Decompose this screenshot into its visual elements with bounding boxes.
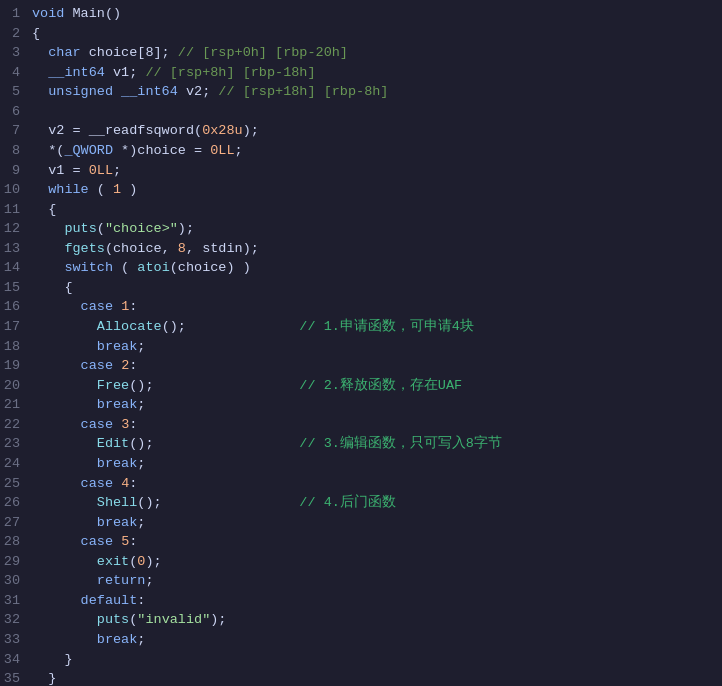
token-kw: return [97,573,146,588]
token-var [32,84,48,99]
token-var: *( [32,143,64,158]
token-kw: break [97,397,138,412]
token-var: : [129,299,137,314]
token-kw: case [81,417,113,432]
token-var: : [129,534,137,549]
token-num: 1 [113,182,121,197]
code-line: } [32,669,722,686]
line-number: 9 [0,161,20,181]
token-cmt: // [rsp+18h] [rbp-8h] [218,84,388,99]
token-cmt-cn: // 2.释放函数，存在UAF [154,378,463,393]
code-line: break; [32,395,722,415]
token-var [32,319,97,334]
line-number: 31 [0,591,20,611]
token-fn: exit [97,554,129,569]
token-var: ( [97,221,105,236]
code-line: break; [32,630,722,650]
line-number: 18 [0,337,20,357]
token-kw: case [81,534,113,549]
token-kw: while [48,182,89,197]
token-var: ; [113,163,121,178]
line-number: 29 [0,552,20,572]
line-number: 32 [0,610,20,630]
token-fn: Shell [97,495,138,510]
code-line: switch ( atoi(choice) ) [32,258,722,278]
token-var [32,554,97,569]
line-number: 30 [0,571,20,591]
line-number: 24 [0,454,20,474]
line-number: 16 [0,297,20,317]
token-var [32,358,81,373]
token-fn: puts [97,612,129,627]
line-number: 17 [0,317,20,337]
token-str: "choice>" [105,221,178,236]
token-var: : [129,358,137,373]
token-var: v2 = __readfsqword( [32,123,202,138]
token-var: ; [137,632,145,647]
line-number: 7 [0,121,20,141]
token-var [32,221,64,236]
code-line: { [32,24,722,44]
line-number: 4 [0,63,20,83]
token-var [32,534,81,549]
token-var: ); [243,123,259,138]
line-number: 3 [0,43,20,63]
code-line: v2 = __readfsqword(0x28u); [32,121,722,141]
code-line: Shell(); // 4.后门函数 [32,493,722,513]
token-var: : [137,593,145,608]
code-editor: 1234567891011121314151617181920212223242… [0,0,722,686]
code-line: { [32,278,722,298]
token-var: : [129,476,137,491]
line-number: 1 [0,4,20,24]
code-line: *(_QWORD *)choice = 0LL; [32,141,722,161]
code-line: break; [32,454,722,474]
code-line: __int64 v1; // [rsp+8h] [rbp-18h] [32,63,722,83]
token-var [113,476,121,491]
line-number: 12 [0,219,20,239]
token-kw: case [81,476,113,491]
line-number: 13 [0,239,20,259]
token-var: ( [113,260,137,275]
line-number: 11 [0,200,20,220]
line-number: 27 [0,513,20,533]
token-var: *)choice = [113,143,210,158]
line-number: 6 [0,102,20,122]
token-kw: case [81,299,113,314]
token-kw: switch [64,260,113,275]
token-kw: case [81,358,113,373]
code-line: Edit(); // 3.编辑函数，只可写入8字节 [32,434,722,454]
token-fn: puts [64,221,96,236]
token-fn: Edit [97,436,129,451]
token-var: (); [137,495,161,510]
code-line: case 4: [32,474,722,494]
token-var [113,299,121,314]
token-var: v2; [178,84,219,99]
token-var [32,515,97,530]
token-fn: atoi [137,260,169,275]
token-var [32,260,64,275]
code-line: char choice[8]; // [rsp+0h] [rbp-20h] [32,43,722,63]
code-line: break; [32,513,722,533]
line-number: 20 [0,376,20,396]
token-var: ; [235,143,243,158]
token-kw: break [97,632,138,647]
code-line: { [32,200,722,220]
token-var [113,417,121,432]
code-line: exit(0); [32,552,722,572]
token-cmt-cn: // 3.编辑函数，只可写入8字节 [154,436,502,451]
token-kw: break [97,339,138,354]
code-line [32,102,722,122]
code-line: } [32,650,722,670]
code-line: Free(); // 2.释放函数，存在UAF [32,376,722,396]
line-number: 26 [0,493,20,513]
code-line: case 2: [32,356,722,376]
token-var [113,358,121,373]
line-number: 21 [0,395,20,415]
line-number: 5 [0,82,20,102]
token-kw: unsigned __int64 [48,84,178,99]
token-var [32,436,97,451]
token-var: ); [210,612,226,627]
token-var [113,534,121,549]
token-str: "invalid" [137,612,210,627]
token-var: (); [162,319,186,334]
